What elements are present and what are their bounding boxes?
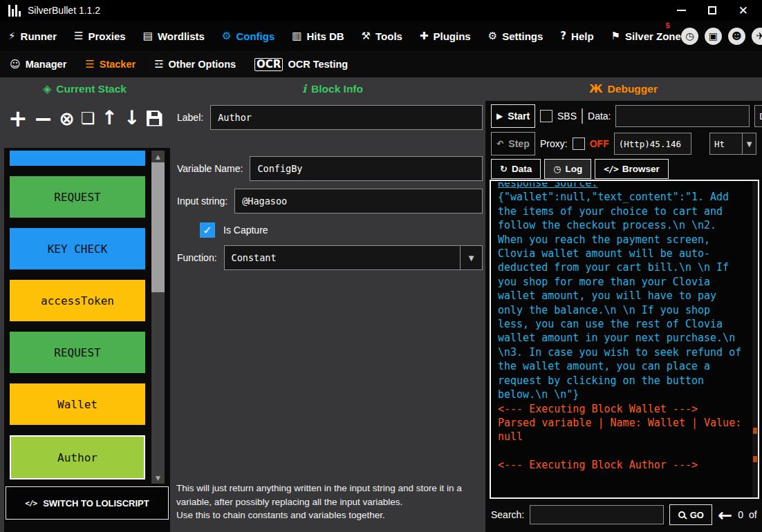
prev-match-button[interactable]: ← — [718, 506, 732, 524]
search-input[interactable] — [530, 505, 664, 524]
stack-block[interactable]: KEY CHECK — [10, 151, 145, 166]
scroll-down-button[interactable]: ▼ — [151, 472, 165, 484]
clone-icon[interactable]: ❏ — [81, 111, 95, 126]
plugins-icon: ✚ — [420, 31, 429, 41]
proxy-value-box[interactable]: (Http)45.146 — [614, 133, 691, 155]
clock-icon: ◷ — [553, 164, 561, 173]
menu-item-hits-db[interactable]: ▥Hits DB — [292, 30, 344, 42]
stack-block[interactable]: accessToken — [10, 280, 145, 321]
history-button[interactable]: ◷ — [681, 28, 698, 45]
menu-item-silver-zone[interactable]: ⚑Silver Zone5 — [611, 30, 681, 42]
log-line — [498, 444, 747, 458]
proxy-type-dropdown[interactable]: Ht ▼ — [709, 133, 756, 155]
input-string-input[interactable] — [234, 189, 483, 213]
log-line: {"wallet":null,"text_content":"1. Add th… — [498, 190, 747, 401]
start-button[interactable]: ▶ Start — [491, 104, 535, 128]
close-button[interactable]: ✕ — [738, 3, 748, 17]
play-icon: ▶ — [496, 112, 503, 120]
app-logo-icon — [8, 5, 21, 17]
menubar-actions: ◷▣☻✈ — [681, 28, 762, 45]
maximize-icon — [708, 6, 716, 15]
wordlists-icon: ▤ — [143, 31, 153, 41]
debugger-row-2: ↶ Step Proxy: OFF (Http)45.146 Ht ▼ — [491, 131, 756, 156]
camera-icon: ▣ — [709, 31, 718, 41]
switch-button-label: SWITCH TO LOLISCRIPT — [43, 498, 149, 509]
proxy-checkbox[interactable] — [573, 137, 585, 150]
switch-to-loliscript-button[interactable]: </> SWITCH TO LOLISCRIPT — [6, 486, 169, 520]
go-label: GO — [690, 510, 704, 520]
stack-block[interactable]: REQUEST — [10, 332, 145, 373]
log-line: Response Source: — [498, 182, 747, 190]
label-field-label: Label: — [177, 112, 203, 123]
start-label: Start — [508, 111, 530, 122]
remove-icon[interactable]: ⊗ — [59, 109, 75, 128]
tab-data[interactable]: ↻Data — [491, 159, 541, 179]
step-label: Step — [508, 138, 529, 149]
maximize-button[interactable] — [708, 6, 716, 15]
sbs-checkbox[interactable] — [540, 110, 552, 122]
code-icon: </> — [25, 499, 37, 508]
save-icon[interactable] — [147, 111, 162, 126]
submenu-item-other-options[interactable]: ☲Other Options — [154, 59, 236, 70]
tab-log[interactable]: ◷Log — [544, 159, 591, 179]
chat-button[interactable]: ☻ — [728, 28, 745, 45]
move-up-icon[interactable]: ↑ — [102, 108, 118, 128]
log-scrollbar[interactable] — [752, 181, 758, 497]
manager-icon: ☺ — [10, 59, 21, 70]
stack-scrollbar[interactable]: ▲ ▼ — [151, 151, 165, 484]
minimize-button[interactable] — [677, 10, 686, 11]
hitsdb-icon: ▥ — [292, 31, 301, 41]
chevron-down-icon: ▼ — [460, 246, 482, 269]
submenu-items: ☺Manager☰Stacker☲Other OptionsOCROCR Tes… — [10, 58, 348, 71]
menu-item-tools[interactable]: ⚒Tools — [362, 30, 402, 42]
menu-item-plugins[interactable]: ✚Plugins — [420, 30, 471, 42]
proxy-type-value: Ht — [710, 139, 742, 149]
stack-block[interactable]: REQUEST — [10, 176, 145, 218]
block-info-form: Variable Name: Input string: ✓ Is Captur… — [177, 156, 483, 278]
stack-block[interactable]: KEY CHECK — [10, 228, 145, 269]
menu-item-settings[interactable]: ⚙Settings — [488, 30, 543, 42]
minus-icon[interactable]: − — [34, 107, 53, 130]
stack-block[interactable]: Author — [10, 435, 145, 479]
scroll-thumb[interactable] — [151, 162, 165, 292]
menu-item-proxies[interactable]: ☰Proxies — [74, 30, 126, 42]
scroll-up-button[interactable]: ▲ — [151, 151, 165, 162]
menu-item-runner[interactable]: ⚡Runner — [8, 30, 57, 42]
tab-label: Data — [512, 164, 532, 174]
submenu-item-label: Other Options — [169, 59, 236, 70]
settings-icon: ⚙ — [488, 31, 497, 41]
menu-item-label: Wordlists — [158, 30, 205, 42]
menu-item-configs[interactable]: ⚙Configs — [222, 30, 275, 42]
match-of-label: of — [749, 509, 757, 520]
ocr-icon: OCR — [254, 58, 283, 71]
input-string-row: Input string: — [177, 189, 483, 213]
search-go-button[interactable]: GO — [669, 504, 712, 525]
log-scroll-marker — [753, 428, 757, 434]
stack-block[interactable]: Wallet — [10, 383, 145, 425]
block-info-title: i Block Info — [302, 83, 363, 95]
menubar-items: ⚡Runner☰Proxies▤Wordlists⚙Configs▥Hits D… — [8, 30, 681, 42]
tab-browser[interactable]: </>Browser — [595, 159, 669, 179]
menu-item-label: Proxies — [89, 30, 126, 42]
data-input[interactable] — [615, 105, 750, 127]
submenu-item-ocr-testing[interactable]: OCROCR Testing — [254, 58, 348, 71]
plus-icon[interactable]: + — [8, 107, 28, 130]
camera-button[interactable]: ▣ — [705, 28, 722, 45]
step-button[interactable]: ↶ Step — [491, 132, 535, 155]
move-down-icon[interactable]: ↓ — [124, 108, 140, 128]
label-input[interactable] — [210, 105, 483, 130]
data-type-dropdown[interactable]: Def ▼ — [754, 105, 762, 127]
submenu-item-manager[interactable]: ☺Manager — [10, 59, 66, 70]
log-line: Parsed variable | Name: Wallet | Value: … — [498, 416, 747, 444]
menu-item-label: Help — [571, 30, 594, 42]
variable-name-input[interactable] — [250, 156, 483, 181]
is-capture-label: Is Capture — [223, 225, 268, 236]
menu-item-help[interactable]: ?Help — [560, 30, 593, 42]
function-dropdown[interactable]: Constant ▼ — [224, 245, 483, 270]
help-icon: ? — [560, 31, 566, 41]
is-capture-checkbox[interactable]: ✓ — [200, 222, 215, 238]
menubar: ⚡Runner☰Proxies▤Wordlists⚙Configs▥Hits D… — [0, 21, 762, 51]
menu-item-wordlists[interactable]: ▤Wordlists — [143, 30, 205, 42]
submenu-item-stacker[interactable]: ☰Stacker — [85, 59, 136, 70]
telegram-button[interactable]: ✈ — [752, 28, 762, 45]
